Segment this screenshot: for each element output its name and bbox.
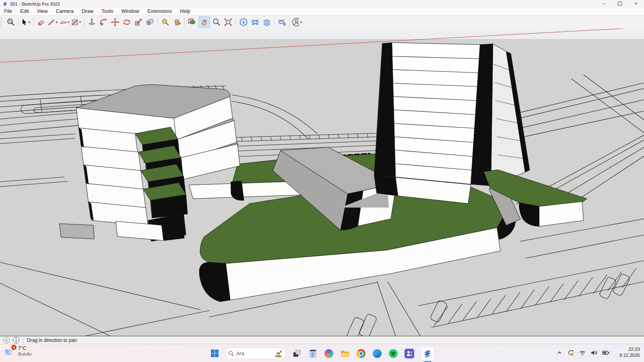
rectangle-tool-button[interactable]: ▼ — [71, 17, 82, 27]
paint-bucket-tool-button[interactable] — [171, 17, 182, 27]
toolbar: ▼ ▼ ▼ ▼ — [0, 16, 644, 29]
weather-cloud-icon: 4 — [3, 346, 16, 356]
menu-tools[interactable]: Tools — [97, 8, 117, 15]
arc-tool-button[interactable]: ▼ — [59, 17, 70, 27]
clock-date: 9.12.2025 — [619, 352, 640, 358]
pan-tool-button[interactable] — [198, 16, 210, 28]
status-hint: Drag in direction to pan — [27, 337, 77, 343]
zoom-tool-button[interactable] — [211, 17, 222, 27]
battery-tray-icon[interactable] — [602, 350, 610, 358]
update-tray-icon[interactable] — [567, 349, 574, 358]
window-title: 301 - SketchUp Pro 2023 — [10, 2, 60, 6]
orbit-tool-button[interactable] — [187, 17, 198, 27]
extension-manager-button[interactable] — [277, 17, 287, 27]
menu-extensions[interactable]: Extensions — [143, 8, 176, 15]
scale-tool-button[interactable] — [133, 17, 144, 27]
push-pull-tool-button[interactable] — [86, 17, 97, 27]
line-tool-button[interactable]: ▼ — [47, 17, 58, 27]
volume-tray-icon[interactable] — [590, 350, 598, 358]
rotate-tool-button[interactable] — [121, 17, 132, 27]
edge-app-icon[interactable] — [372, 348, 382, 359]
teams-app-icon[interactable] — [404, 348, 415, 359]
title-bar: 301 - SketchUp Pro 2023 – × — [0, 0, 644, 8]
extension-warehouse-button[interactable] — [250, 17, 260, 27]
sketchup-scene — [0, 29, 644, 336]
model-canvas[interactable]: Windows'u etkinleştir Windows'u etkinleş… — [0, 29, 644, 336]
wifi-tray-icon[interactable] — [579, 350, 586, 358]
file-explorer-app-icon[interactable] — [340, 348, 350, 359]
menu-window[interactable]: Window — [117, 8, 143, 15]
copilot-app-icon[interactable] — [324, 348, 334, 359]
spotify-app-icon[interactable] — [388, 348, 398, 359]
menu-help[interactable]: Help — [176, 8, 194, 15]
weather-temp: 7°C — [18, 346, 32, 352]
geolocation-icon[interactable]: ? — [3, 337, 10, 343]
chrome-app-icon[interactable] — [356, 348, 366, 359]
taskbar-clock[interactable]: 22:23 9.12.2025 — [619, 346, 640, 358]
move-tool-button[interactable] — [109, 17, 120, 27]
components-button[interactable] — [261, 17, 272, 27]
menu-draw[interactable]: Draw — [78, 8, 97, 15]
menu-camera[interactable]: Camera — [52, 8, 78, 15]
select-tool-button[interactable]: ▼ — [21, 17, 31, 27]
eraser-tool-button[interactable] — [36, 17, 47, 27]
menu-bar: File Edit View Camera Draw Tools Window … — [0, 8, 644, 16]
info-icon[interactable]: i — [13, 337, 19, 343]
search-placeholder: Ara — [236, 351, 274, 356]
status-bar: ? i Drag in direction to pan Measurement… — [0, 336, 644, 344]
start-button[interactable] — [209, 348, 220, 359]
toolbar-grip[interactable] — [1, 17, 4, 27]
weather-condition: Bulutlu — [18, 352, 32, 357]
menu-edit[interactable]: Edit — [16, 8, 33, 15]
notepad-app-icon[interactable] — [308, 348, 318, 359]
sketchup-logo-icon — [2, 1, 8, 6]
zoom-window-tool-button[interactable] — [5, 17, 16, 27]
tape-measure-tool-button[interactable] — [160, 17, 171, 27]
account-button[interactable]: ▼ — [292, 17, 303, 27]
search-highlight-deer-icon — [274, 350, 283, 358]
warehouse-3d-button[interactable] — [238, 17, 249, 27]
taskbar: 4 7°C Bulutlu Ara — [0, 344, 644, 362]
clock-time: 22:23 — [619, 346, 640, 352]
search-icon — [228, 351, 234, 356]
sketchup-app-icon-active[interactable] — [420, 346, 435, 361]
close-button[interactable]: × — [628, 0, 644, 8]
restore-button[interactable] — [612, 0, 628, 8]
search-input[interactable]: Ara — [225, 348, 286, 359]
weather-widget[interactable]: 4 7°C Bulutlu — [3, 346, 32, 356]
menu-view[interactable]: View — [33, 8, 52, 15]
follow-me-tool-button[interactable] — [98, 17, 109, 27]
zoom-extents-tool-button[interactable] — [223, 17, 233, 27]
paste-in-place-tool-button[interactable] — [144, 17, 155, 27]
hidden-icons-chevron[interactable] — [556, 350, 563, 358]
minimize-button[interactable]: – — [596, 0, 612, 8]
task-view-button[interactable] — [291, 348, 302, 359]
menu-file[interactable]: File — [0, 8, 16, 15]
